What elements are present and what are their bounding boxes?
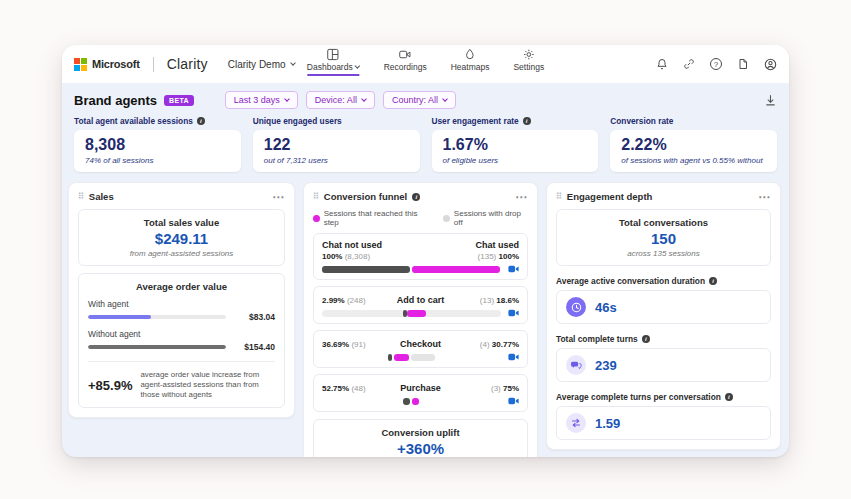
chevron-down-icon xyxy=(355,63,361,69)
filter-country[interactable]: Country: All xyxy=(383,91,456,109)
step-right-pct: 75% xyxy=(503,384,519,393)
nav-settings[interactable]: Settings xyxy=(513,48,544,76)
total-sales-label: Total sales value xyxy=(88,217,275,228)
download-button[interactable] xyxy=(764,94,777,107)
info-icon[interactable]: i xyxy=(642,335,650,343)
avg-duration-box: 46s xyxy=(556,290,771,324)
aov-with-agent-bar xyxy=(88,315,226,319)
kpi-card: 8,308 74% of all sessions xyxy=(74,130,241,172)
info-icon[interactable]: i xyxy=(523,117,531,125)
aov-title: Average order value xyxy=(88,281,275,292)
total-sales-value: $249.11 xyxy=(88,230,275,247)
info-icon[interactable]: i xyxy=(709,277,717,285)
kpi-value: 1.67% xyxy=(443,136,588,154)
step-left-pct: 36.69% xyxy=(322,340,349,349)
app-window: Microsoft Clarity Clarity Demo Dashboard… xyxy=(62,45,789,457)
widget-menu-button[interactable]: ⋯ xyxy=(758,194,771,200)
nav-recordings-label: Recordings xyxy=(384,62,427,72)
conversion-funnel-widget: ⠿ Conversion funnel i ⋯ Sessions that re… xyxy=(303,182,538,457)
drag-handle-icon[interactable]: ⠿ xyxy=(313,192,319,201)
step-label: Checkout xyxy=(400,339,441,349)
swap-arrows-icon xyxy=(566,413,586,433)
drag-handle-icon[interactable]: ⠿ xyxy=(556,192,562,201)
step-right-count: (135) xyxy=(478,252,497,261)
step-left-pct: 52.75% xyxy=(322,384,349,393)
chevron-down-icon xyxy=(284,96,290,102)
kpi-value: 8,308 xyxy=(85,136,230,154)
account-icon[interactable] xyxy=(764,58,777,71)
widget-menu-button[interactable]: ⋯ xyxy=(515,194,528,200)
dashboard-toolbar: Brand agents BETA Last 3 days Device: Al… xyxy=(62,83,789,114)
total-conversations-box: Total conversations 150 across 135 sessi… xyxy=(556,209,771,266)
heatmaps-icon xyxy=(464,48,477,61)
nav-dashboards[interactable]: Dashboards xyxy=(307,48,360,76)
kpi-label: Conversion rate xyxy=(610,116,673,126)
total-turns-value: 239 xyxy=(595,358,617,373)
document-icon[interactable] xyxy=(737,58,749,70)
total-turns-label: Total complete turns xyxy=(556,334,638,344)
drag-handle-icon[interactable]: ⠿ xyxy=(78,192,84,201)
play-recordings-camera-icon[interactable] xyxy=(508,397,519,405)
chat-not-used-label: Chat not used xyxy=(322,240,382,250)
legend-dropoff-label: Sessions with drop off xyxy=(454,209,528,227)
step-right-pct: 30.77% xyxy=(492,340,519,349)
widget-menu-button[interactable]: ⋯ xyxy=(272,194,285,200)
aov-without-agent-value: $154.40 xyxy=(235,342,275,352)
step-right-pct: 100% xyxy=(499,252,519,261)
average-order-value-box: Average order value With agent $83.04 Wi… xyxy=(78,273,285,408)
top-navigation-bar: Microsoft Clarity Clarity Demo Dashboard… xyxy=(62,45,789,83)
funnel-step-chat: Chat not used Chat used 100% (8,308) (13… xyxy=(313,233,528,280)
aov-without-agent-label: Without agent xyxy=(88,329,275,339)
filter-country-label: Country: All xyxy=(392,95,438,105)
link-icon[interactable] xyxy=(683,58,695,70)
help-icon[interactable]: ? xyxy=(710,58,722,70)
info-icon[interactable]: i xyxy=(725,393,733,401)
microsoft-logo-icon xyxy=(74,58,87,71)
nav-dashboards-label: Dashboards xyxy=(307,62,353,72)
brand-divider xyxy=(153,57,154,72)
aov-uplift-value: +85.9% xyxy=(88,378,132,393)
step-right-pct: 18.6% xyxy=(496,296,519,305)
clarity-brand: Microsoft Clarity xyxy=(74,56,208,72)
page-title: Brand agents xyxy=(74,93,157,108)
nav-heatmaps[interactable]: Heatmaps xyxy=(451,48,490,76)
total-conversations-subtitle: across 135 sessions xyxy=(566,249,761,258)
kpi-value: 122 xyxy=(264,136,409,154)
kpi-label: User engagement rate xyxy=(432,116,519,126)
info-icon[interactable]: i xyxy=(412,193,420,201)
step-left-count: (8,308) xyxy=(345,252,370,261)
legend-reached-label: Sessions that reached this step xyxy=(324,209,430,227)
funnel-bar xyxy=(388,354,435,361)
kpi-label: Unique engaged users xyxy=(253,116,342,126)
chat-used-label: Chat used xyxy=(475,240,519,250)
project-selector[interactable]: Clarity Demo xyxy=(228,59,295,70)
kpi-user-engagement-rate: User engagement ratei 1.67% of eligible … xyxy=(432,114,599,172)
step-left-count: (48) xyxy=(351,384,365,393)
total-conversations-value: 150 xyxy=(566,230,761,247)
play-recordings-camera-icon[interactable] xyxy=(508,353,519,361)
play-recordings-camera-icon[interactable] xyxy=(508,265,519,273)
step-label: Add to cart xyxy=(397,295,445,305)
step-left-count: (248) xyxy=(347,296,366,305)
dropoff-dot-icon xyxy=(443,215,450,222)
settings-gear-icon xyxy=(522,48,535,61)
kpi-value: 2.22% xyxy=(621,136,766,154)
nav-recordings[interactable]: Recordings xyxy=(384,48,427,76)
aov-uplift-text: average order value increase from agent-… xyxy=(140,370,275,400)
funnel-bar xyxy=(322,310,501,317)
chevron-down-icon xyxy=(361,96,367,102)
kpi-card: 122 out of 7,312 users xyxy=(253,130,420,172)
filter-date-range[interactable]: Last 3 days xyxy=(225,91,298,109)
avg-duration-value: 46s xyxy=(595,300,617,315)
info-icon[interactable]: i xyxy=(197,117,205,125)
notifications-bell-icon[interactable] xyxy=(656,58,668,70)
clarity-wordmark: Clarity xyxy=(167,56,208,72)
dashboards-icon xyxy=(327,48,340,61)
filter-device[interactable]: Device: All xyxy=(306,91,375,109)
widget-title: Engagement depth xyxy=(567,191,653,202)
avg-turns-label: Average complete turns per conversation xyxy=(556,392,721,402)
aov-uplift: +85.9% average order value increase from… xyxy=(88,361,275,400)
kpi-conversion-rate: Conversion rate 2.22% of sessions with a… xyxy=(610,114,777,172)
step-right-count: (3) xyxy=(491,384,501,393)
play-recordings-camera-icon[interactable] xyxy=(508,309,519,317)
